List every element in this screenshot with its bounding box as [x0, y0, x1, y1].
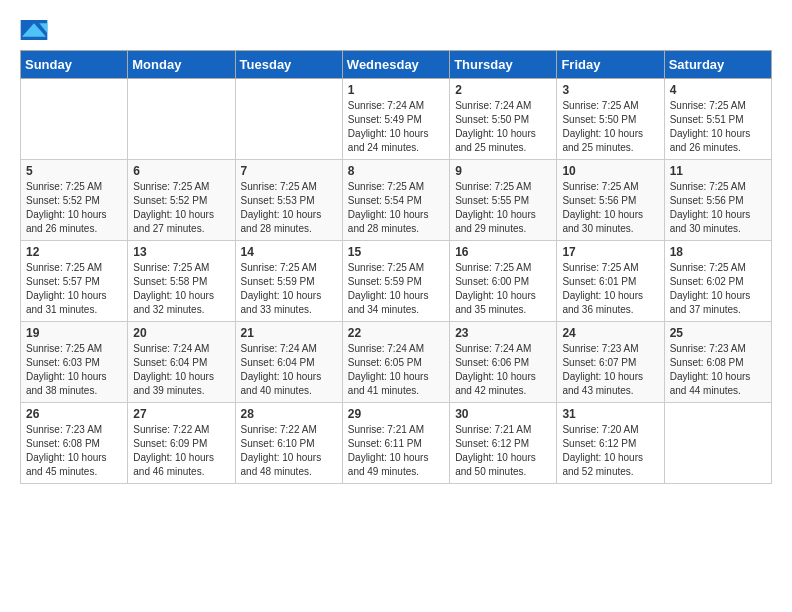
day-number: 14 [241, 245, 337, 259]
calendar-cell: 14Sunrise: 7:25 AM Sunset: 5:59 PM Dayli… [235, 241, 342, 322]
calendar-cell [21, 79, 128, 160]
day-info: Sunrise: 7:25 AM Sunset: 5:59 PM Dayligh… [348, 261, 444, 317]
calendar-cell: 25Sunrise: 7:23 AM Sunset: 6:08 PM Dayli… [664, 322, 771, 403]
calendar-week-row: 5Sunrise: 7:25 AM Sunset: 5:52 PM Daylig… [21, 160, 772, 241]
day-info: Sunrise: 7:20 AM Sunset: 6:12 PM Dayligh… [562, 423, 658, 479]
day-number: 21 [241, 326, 337, 340]
day-number: 13 [133, 245, 229, 259]
day-info: Sunrise: 7:22 AM Sunset: 6:09 PM Dayligh… [133, 423, 229, 479]
calendar-week-row: 26Sunrise: 7:23 AM Sunset: 6:08 PM Dayli… [21, 403, 772, 484]
calendar-cell: 6Sunrise: 7:25 AM Sunset: 5:52 PM Daylig… [128, 160, 235, 241]
weekday-header-wednesday: Wednesday [342, 51, 449, 79]
day-number: 3 [562, 83, 658, 97]
calendar-cell: 23Sunrise: 7:24 AM Sunset: 6:06 PM Dayli… [450, 322, 557, 403]
day-info: Sunrise: 7:24 AM Sunset: 5:50 PM Dayligh… [455, 99, 551, 155]
calendar-cell: 31Sunrise: 7:20 AM Sunset: 6:12 PM Dayli… [557, 403, 664, 484]
calendar-cell: 20Sunrise: 7:24 AM Sunset: 6:04 PM Dayli… [128, 322, 235, 403]
calendar-cell: 2Sunrise: 7:24 AM Sunset: 5:50 PM Daylig… [450, 79, 557, 160]
calendar-cell: 11Sunrise: 7:25 AM Sunset: 5:56 PM Dayli… [664, 160, 771, 241]
day-info: Sunrise: 7:24 AM Sunset: 6:04 PM Dayligh… [241, 342, 337, 398]
calendar-cell: 12Sunrise: 7:25 AM Sunset: 5:57 PM Dayli… [21, 241, 128, 322]
day-number: 17 [562, 245, 658, 259]
calendar-cell: 7Sunrise: 7:25 AM Sunset: 5:53 PM Daylig… [235, 160, 342, 241]
day-number: 19 [26, 326, 122, 340]
header [20, 20, 772, 40]
calendar-week-row: 12Sunrise: 7:25 AM Sunset: 5:57 PM Dayli… [21, 241, 772, 322]
day-info: Sunrise: 7:25 AM Sunset: 5:53 PM Dayligh… [241, 180, 337, 236]
weekday-header-friday: Friday [557, 51, 664, 79]
day-number: 12 [26, 245, 122, 259]
weekday-header-saturday: Saturday [664, 51, 771, 79]
calendar-cell: 18Sunrise: 7:25 AM Sunset: 6:02 PM Dayli… [664, 241, 771, 322]
day-info: Sunrise: 7:25 AM Sunset: 6:01 PM Dayligh… [562, 261, 658, 317]
calendar-cell: 5Sunrise: 7:25 AM Sunset: 5:52 PM Daylig… [21, 160, 128, 241]
calendar-cell [235, 79, 342, 160]
calendar-cell: 19Sunrise: 7:25 AM Sunset: 6:03 PM Dayli… [21, 322, 128, 403]
calendar-body: 1Sunrise: 7:24 AM Sunset: 5:49 PM Daylig… [21, 79, 772, 484]
weekday-header-monday: Monday [128, 51, 235, 79]
day-number: 9 [455, 164, 551, 178]
calendar-cell: 13Sunrise: 7:25 AM Sunset: 5:58 PM Dayli… [128, 241, 235, 322]
day-number: 31 [562, 407, 658, 421]
day-info: Sunrise: 7:25 AM Sunset: 5:54 PM Dayligh… [348, 180, 444, 236]
calendar-cell: 8Sunrise: 7:25 AM Sunset: 5:54 PM Daylig… [342, 160, 449, 241]
day-info: Sunrise: 7:22 AM Sunset: 6:10 PM Dayligh… [241, 423, 337, 479]
day-info: Sunrise: 7:25 AM Sunset: 5:56 PM Dayligh… [562, 180, 658, 236]
calendar-cell: 22Sunrise: 7:24 AM Sunset: 6:05 PM Dayli… [342, 322, 449, 403]
day-number: 18 [670, 245, 766, 259]
calendar-cell: 17Sunrise: 7:25 AM Sunset: 6:01 PM Dayli… [557, 241, 664, 322]
calendar-table: SundayMondayTuesdayWednesdayThursdayFrid… [20, 50, 772, 484]
day-number: 1 [348, 83, 444, 97]
day-number: 15 [348, 245, 444, 259]
day-info: Sunrise: 7:25 AM Sunset: 6:03 PM Dayligh… [26, 342, 122, 398]
day-number: 29 [348, 407, 444, 421]
day-info: Sunrise: 7:21 AM Sunset: 6:11 PM Dayligh… [348, 423, 444, 479]
day-info: Sunrise: 7:25 AM Sunset: 5:55 PM Dayligh… [455, 180, 551, 236]
calendar-cell [128, 79, 235, 160]
day-info: Sunrise: 7:25 AM Sunset: 5:50 PM Dayligh… [562, 99, 658, 155]
day-number: 8 [348, 164, 444, 178]
calendar-cell: 4Sunrise: 7:25 AM Sunset: 5:51 PM Daylig… [664, 79, 771, 160]
day-info: Sunrise: 7:25 AM Sunset: 5:59 PM Dayligh… [241, 261, 337, 317]
calendar-week-row: 19Sunrise: 7:25 AM Sunset: 6:03 PM Dayli… [21, 322, 772, 403]
day-info: Sunrise: 7:25 AM Sunset: 5:52 PM Dayligh… [26, 180, 122, 236]
calendar-cell: 24Sunrise: 7:23 AM Sunset: 6:07 PM Dayli… [557, 322, 664, 403]
calendar-cell: 3Sunrise: 7:25 AM Sunset: 5:50 PM Daylig… [557, 79, 664, 160]
calendar-week-row: 1Sunrise: 7:24 AM Sunset: 5:49 PM Daylig… [21, 79, 772, 160]
day-number: 22 [348, 326, 444, 340]
day-number: 5 [26, 164, 122, 178]
calendar-cell: 15Sunrise: 7:25 AM Sunset: 5:59 PM Dayli… [342, 241, 449, 322]
day-number: 24 [562, 326, 658, 340]
calendar-cell: 10Sunrise: 7:25 AM Sunset: 5:56 PM Dayli… [557, 160, 664, 241]
day-number: 27 [133, 407, 229, 421]
calendar-cell [664, 403, 771, 484]
day-info: Sunrise: 7:24 AM Sunset: 5:49 PM Dayligh… [348, 99, 444, 155]
calendar-cell: 1Sunrise: 7:24 AM Sunset: 5:49 PM Daylig… [342, 79, 449, 160]
day-info: Sunrise: 7:23 AM Sunset: 6:08 PM Dayligh… [670, 342, 766, 398]
calendar-cell: 16Sunrise: 7:25 AM Sunset: 6:00 PM Dayli… [450, 241, 557, 322]
day-number: 6 [133, 164, 229, 178]
day-number: 26 [26, 407, 122, 421]
day-number: 23 [455, 326, 551, 340]
day-info: Sunrise: 7:25 AM Sunset: 6:00 PM Dayligh… [455, 261, 551, 317]
calendar-header-row: SundayMondayTuesdayWednesdayThursdayFrid… [21, 51, 772, 79]
day-number: 16 [455, 245, 551, 259]
day-info: Sunrise: 7:25 AM Sunset: 5:51 PM Dayligh… [670, 99, 766, 155]
calendar-cell: 9Sunrise: 7:25 AM Sunset: 5:55 PM Daylig… [450, 160, 557, 241]
weekday-header-thursday: Thursday [450, 51, 557, 79]
day-info: Sunrise: 7:24 AM Sunset: 6:06 PM Dayligh… [455, 342, 551, 398]
calendar-cell: 28Sunrise: 7:22 AM Sunset: 6:10 PM Dayli… [235, 403, 342, 484]
day-number: 28 [241, 407, 337, 421]
weekday-header-sunday: Sunday [21, 51, 128, 79]
calendar-cell: 30Sunrise: 7:21 AM Sunset: 6:12 PM Dayli… [450, 403, 557, 484]
weekday-header-tuesday: Tuesday [235, 51, 342, 79]
day-info: Sunrise: 7:25 AM Sunset: 5:52 PM Dayligh… [133, 180, 229, 236]
day-info: Sunrise: 7:24 AM Sunset: 6:04 PM Dayligh… [133, 342, 229, 398]
day-info: Sunrise: 7:25 AM Sunset: 5:58 PM Dayligh… [133, 261, 229, 317]
day-info: Sunrise: 7:21 AM Sunset: 6:12 PM Dayligh… [455, 423, 551, 479]
calendar-cell: 26Sunrise: 7:23 AM Sunset: 6:08 PM Dayli… [21, 403, 128, 484]
day-info: Sunrise: 7:25 AM Sunset: 6:02 PM Dayligh… [670, 261, 766, 317]
day-number: 11 [670, 164, 766, 178]
day-number: 25 [670, 326, 766, 340]
day-info: Sunrise: 7:25 AM Sunset: 5:56 PM Dayligh… [670, 180, 766, 236]
